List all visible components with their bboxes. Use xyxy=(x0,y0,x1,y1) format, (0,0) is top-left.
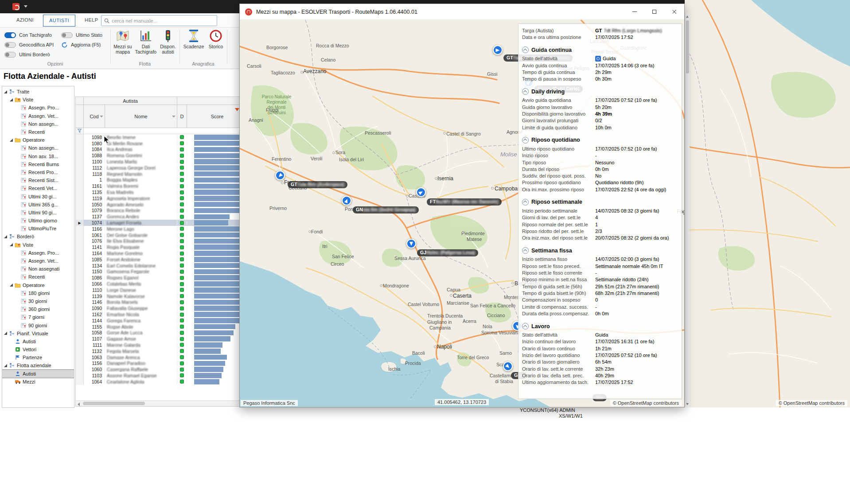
table-row[interactable]: 1080Gi Merlin Rovane xyxy=(76,140,248,147)
expander-icon[interactable] xyxy=(10,243,13,246)
vehicle-plate-label[interactable]: GNsta Ilm (Sednl Gesapqa) xyxy=(353,206,419,213)
expander-icon[interactable] xyxy=(10,283,13,287)
expander-icon[interactable] xyxy=(4,364,7,367)
table-row[interactable]: 1098Beorlio Imene xyxy=(76,134,248,140)
refresh-button[interactable]: Aggiorna (F5) xyxy=(61,40,102,50)
column-header-score[interactable]: Score xyxy=(187,105,248,128)
close-button[interactable] xyxy=(664,4,684,19)
collapse-chevron-icon[interactable] xyxy=(522,323,529,330)
tree-item-ultimo-giorno[interactable]: Ultimo giorno xyxy=(2,217,74,225)
table-row[interactable]: 1050Agorado Ameselo xyxy=(76,202,248,208)
tab-help[interactable]: HELP xyxy=(79,15,104,27)
table-row[interactable]: 1086Rogses Eganol xyxy=(76,275,248,281)
column-header-cod[interactable]: Cod xyxy=(84,105,105,128)
vertical-scrollbar[interactable] xyxy=(685,13,690,407)
tree-item-assegn-pro[interactable]: Assegn. Pro... xyxy=(2,104,74,112)
table-row[interactable]: 1066Colalebas Merlis xyxy=(76,281,248,287)
table-row[interactable]: ▶1074Lamagel Forsela xyxy=(76,220,248,226)
tree-item-90-giorni[interactable]: 90 giorni xyxy=(2,321,74,329)
tree-item-vettori[interactable]: Vettori xyxy=(2,345,74,353)
vehicle-marker[interactable] xyxy=(342,196,351,205)
tree-item-border[interactable]: Borderò xyxy=(2,233,74,240)
tree-item-recenti-sist[interactable]: Recenti Sist... xyxy=(2,176,74,184)
table-row[interactable]: 1141Rogia Pasquale xyxy=(76,244,248,250)
scroll-thumb[interactable] xyxy=(686,20,689,74)
table-row[interactable]: 1119Agnosela Imperatore xyxy=(76,195,248,202)
table-row[interactable]: 1085Forsel Andolone xyxy=(76,256,248,263)
group-header-autista[interactable]: Autista xyxy=(84,97,177,105)
table-row[interactable]: 1058Gorse Ade Lucca xyxy=(76,330,248,336)
tree-item-autisti[interactable]: Autisti xyxy=(2,370,74,378)
table-filter-row[interactable] xyxy=(76,128,248,134)
search-input[interactable] xyxy=(112,18,214,23)
dispon-autisti-button[interactable]: Dispon. autisti xyxy=(157,29,179,54)
table-row[interactable]: 1155Rogse Abole xyxy=(76,324,248,330)
tree-item-non-assegn[interactable]: Non assegn... xyxy=(2,120,74,128)
table-row[interactable]: 1090Fallavalla Giuseppe xyxy=(76,305,248,311)
vehicle-plate-label[interactable]: GT7sla Ifen (Asderqaso) xyxy=(288,181,347,188)
table-row[interactable]: 1161Valmira Boremi xyxy=(76,183,248,189)
collapse-chevron-icon[interactable] xyxy=(522,247,529,254)
table-row[interactable]: 1132Fegola Marsela xyxy=(76,348,248,354)
tab-autisti[interactable]: AUTISTI xyxy=(43,15,75,27)
tree-item-recenti[interactable]: Recenti xyxy=(2,128,74,136)
tree-item-ultimopiutre[interactable]: UltimoPiuTre xyxy=(2,225,74,233)
collapse-chevron-icon[interactable] xyxy=(522,199,529,205)
table-row[interactable]: 1110Lorge Danese xyxy=(76,287,248,293)
expander-icon[interactable] xyxy=(10,98,13,101)
tree-item-autisti[interactable]: Autisti xyxy=(2,337,74,345)
tree-item-partenze[interactable]: Partenze xyxy=(2,353,74,361)
table-row[interactable]: 1084Ilca Andreas xyxy=(76,147,248,153)
tree-item-30-giorni[interactable]: 30 giorni xyxy=(2,297,74,305)
vehicle-marker[interactable] xyxy=(493,45,503,55)
expander-icon[interactable] xyxy=(4,90,7,93)
minimize-button[interactable] xyxy=(624,4,644,19)
toggle-geocodifica-api[interactable] xyxy=(4,42,16,48)
tree-item-7-giorni[interactable]: 7 giorni xyxy=(2,313,74,321)
tree-item-360-giorni[interactable]: 360 giorni xyxy=(2,305,74,313)
tree-item-assegn-vet[interactable]: Assegn. Vet... xyxy=(2,112,74,120)
table-row[interactable]: 1166Merone Lago xyxy=(76,226,248,232)
table-row[interactable]: 1156Danaperl Paradiso xyxy=(76,360,248,366)
tree-item-recenti-pro[interactable]: Recenti Pro... xyxy=(2,168,74,176)
table-row[interactable]: 1150Gamosena Fegarole xyxy=(76,269,248,275)
table-row[interactable]: 1079Boranca Rebole xyxy=(76,208,248,214)
tree-item-pianif-virtuale[interactable]: Pianif. Virtuale xyxy=(2,330,74,337)
table-row[interactable]: 1088Romena Gorelmi xyxy=(76,152,248,159)
tree-item-operatore[interactable]: Operatore xyxy=(2,136,74,144)
manual-search-box[interactable] xyxy=(101,15,217,26)
mezzi-su-mappa-button[interactable]: Mezzi su mappa xyxy=(112,29,134,54)
table-row[interactable]: 1111Marone Galarda xyxy=(76,342,248,348)
table-row[interactable]: 1164Marlone Gorelmo xyxy=(76,250,248,256)
tree-item-tratte[interactable]: Tratte xyxy=(2,88,74,96)
tab-azioni[interactable]: AZIONI xyxy=(11,15,39,27)
app-logo-icon[interactable] xyxy=(12,3,19,10)
table-row[interactable]: 1107Gagase Amse xyxy=(76,336,248,342)
table-row[interactable]: 1076Ile Elva Elisabene xyxy=(76,238,248,244)
table-row[interactable]: 1061Del Golse Gobarole xyxy=(76,232,248,238)
horizontal-scrollbar[interactable] xyxy=(76,400,248,406)
dropdown-caret-icon[interactable] xyxy=(100,116,103,117)
maximize-button[interactable] xyxy=(644,4,664,19)
vehicle-plate-label[interactable]: FT9szWV (Masrsa rec Danesls) xyxy=(427,198,502,205)
table-row[interactable]: 1135Esa Madrelis xyxy=(76,189,248,195)
expander-icon[interactable] xyxy=(10,139,13,142)
table-row[interactable]: 1103Assone Ramael Eganse xyxy=(76,372,248,379)
toggle-con-tachigrafo[interactable] xyxy=(4,32,16,38)
tree-item-non-asv-18[interactable]: Non asv. 18... xyxy=(2,152,74,160)
tree-item-non-assegn[interactable]: Non assegn... xyxy=(2,144,74,152)
tree-item-recenti-burns[interactable]: Recenti Burns xyxy=(2,160,74,168)
panel-section-header[interactable]: Riposo quotidiano xyxy=(522,135,677,145)
tree-item-mezzi[interactable]: Mezzi xyxy=(2,378,74,386)
storico-button[interactable]: Storico xyxy=(205,29,227,49)
panel-section-header[interactable]: Lavoro xyxy=(522,321,677,332)
panel-section-header[interactable]: Settimana fissa xyxy=(522,245,677,256)
table-row[interactable]: 1139Namole Kalavorse xyxy=(76,293,248,299)
tree-item-operatore[interactable]: Operatore xyxy=(2,281,74,289)
tree-item-recenti-vet[interactable]: Recenti Vet... xyxy=(2,184,74,192)
dati-tachigrafo-button[interactable]: Dati Tachigrafo xyxy=(135,29,157,54)
vehicle-marker[interactable] xyxy=(416,187,426,197)
toggle-ultimi-bordero[interactable] xyxy=(4,52,16,58)
scroll-thumb[interactable] xyxy=(83,402,145,405)
collapse-chevron-icon[interactable] xyxy=(522,47,529,53)
